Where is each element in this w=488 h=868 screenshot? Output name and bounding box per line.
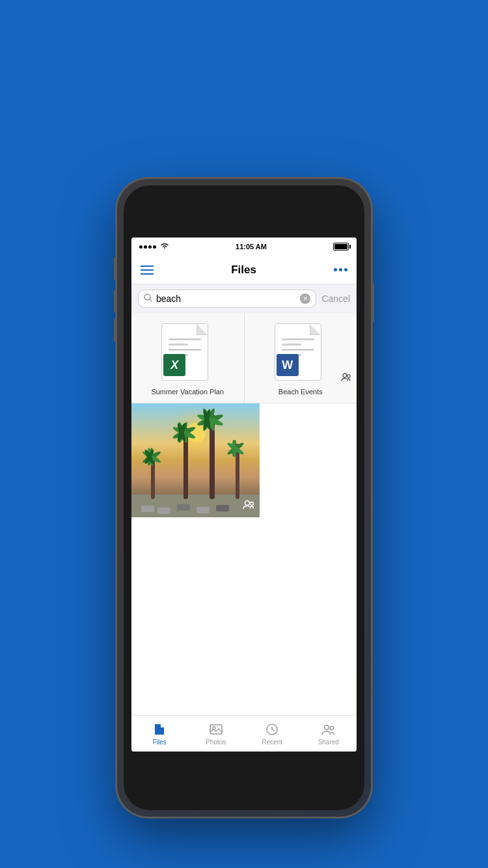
car-2 (157, 508, 170, 514)
beach-photo (131, 403, 260, 517)
cancel-button[interactable]: Cancel (321, 293, 350, 304)
battery-fill (334, 244, 347, 249)
car-5 (216, 505, 229, 511)
svg-point-3 (347, 375, 351, 378)
svg-point-9 (324, 725, 329, 729)
signal-dots (139, 245, 156, 249)
signal-dot-4 (153, 245, 156, 249)
file-grid: X Summer Vacation Plan (131, 313, 357, 403)
tab-files[interactable]: Files (131, 716, 188, 752)
search-input-wrap[interactable]: beach (138, 290, 316, 308)
more-dot-1 (334, 268, 337, 271)
tab-recent-label: Recent (262, 739, 282, 746)
file-item-excel[interactable]: X Summer Vacation Plan (131, 313, 245, 403)
tab-photos-label: Photos (206, 739, 226, 746)
menu-line-2 (141, 269, 154, 271)
tab-bar: Files Photos Recent (131, 715, 357, 752)
doc-line-w2 (282, 344, 301, 346)
search-bar-container: beach Cancel (131, 284, 357, 313)
doc-line-2 (169, 344, 188, 346)
doc-line-w1 (282, 338, 314, 340)
beach-photo-item[interactable] (131, 403, 357, 517)
svg-rect-6 (210, 725, 222, 734)
svg-point-5 (251, 502, 254, 506)
wifi-icon (160, 242, 169, 251)
excel-badge: X (163, 354, 185, 376)
photo-shared-icon (243, 500, 254, 512)
palm-tree-3 (210, 414, 215, 499)
clock: 11:05 AM (236, 243, 267, 251)
battery-area (333, 243, 349, 251)
nav-title: Files (231, 264, 256, 277)
svg-point-7 (213, 727, 215, 729)
more-dot-2 (339, 268, 342, 271)
file-name-excel: Summer Vacation Plan (151, 387, 224, 396)
svg-line-1 (150, 299, 152, 301)
doc-paper-excel: X (161, 323, 208, 381)
svg-point-10 (330, 726, 334, 730)
results-area: X Summer Vacation Plan (131, 313, 357, 715)
menu-line-3 (141, 273, 154, 275)
doc-line-w3 (282, 349, 314, 351)
palm-tree-1 (151, 454, 155, 499)
nav-bar: Files (131, 256, 357, 284)
shared-icon (321, 722, 336, 737)
more-dot-3 (344, 268, 347, 271)
doc-paper-word: W (275, 323, 321, 381)
shared-badge (341, 373, 351, 385)
file-name-word: Beach Events (278, 387, 323, 396)
battery-icon (333, 243, 349, 251)
signal-area (139, 242, 169, 251)
tab-shared[interactable]: Shared (301, 716, 357, 752)
tab-shared-label: Shared (318, 739, 339, 746)
files-icon (152, 722, 167, 737)
palm-tree-4 (236, 444, 239, 499)
signal-dot-1 (139, 245, 142, 249)
status-bar: 11:05 AM (131, 237, 357, 256)
car-4 (197, 507, 210, 513)
search-clear-button[interactable] (300, 293, 310, 304)
menu-button[interactable] (141, 265, 154, 275)
signal-dot-3 (148, 245, 152, 249)
car-3 (177, 504, 190, 511)
menu-line-1 (141, 265, 154, 267)
doc-line-3 (169, 349, 201, 351)
phone-device: 11:05 AM Files (117, 179, 371, 817)
tab-recent[interactable]: Recent (244, 716, 301, 752)
recent-icon (265, 722, 279, 737)
palm-tree-2 (183, 427, 188, 499)
search-icon (144, 293, 152, 304)
word-file-icon: W (275, 323, 327, 382)
word-badge: W (277, 354, 299, 376)
doc-line-1 (169, 338, 201, 340)
phone-screen: 11:05 AM Files (131, 237, 357, 752)
phone-front: 11:05 AM Files (124, 185, 364, 810)
tab-photos[interactable]: Photos (188, 716, 245, 752)
svg-point-4 (245, 501, 250, 506)
file-item-word[interactable]: W Beach Events (245, 313, 357, 403)
search-value: beach (156, 293, 296, 304)
more-button[interactable] (334, 268, 347, 271)
car-1 (141, 506, 154, 512)
tab-files-label: Files (153, 739, 167, 746)
svg-point-2 (343, 373, 347, 377)
signal-dot-2 (144, 245, 147, 249)
volume-down-button (114, 319, 117, 342)
volume-up-button (114, 290, 117, 312)
excel-file-icon: X (161, 323, 213, 382)
photos-icon (209, 722, 223, 737)
